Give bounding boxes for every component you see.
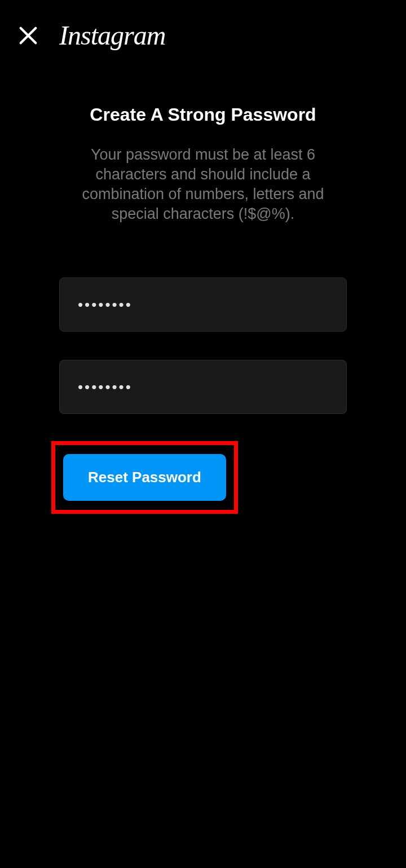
- page-subtitle: Your password must be at least 6 charact…: [59, 145, 347, 224]
- content: Create A Strong Password Your password m…: [0, 71, 406, 224]
- highlight-annotation: Reset Password: [51, 441, 238, 514]
- reset-password-button[interactable]: Reset Password: [63, 454, 226, 501]
- form-container: Reset Password: [0, 224, 406, 514]
- confirm-password-input[interactable]: [59, 360, 347, 414]
- close-icon[interactable]: [17, 24, 39, 47]
- header: Instagram: [0, 0, 406, 71]
- page-title: Create A Strong Password: [59, 104, 347, 125]
- password-input[interactable]: [59, 277, 347, 332]
- logo: Instagram: [59, 20, 165, 51]
